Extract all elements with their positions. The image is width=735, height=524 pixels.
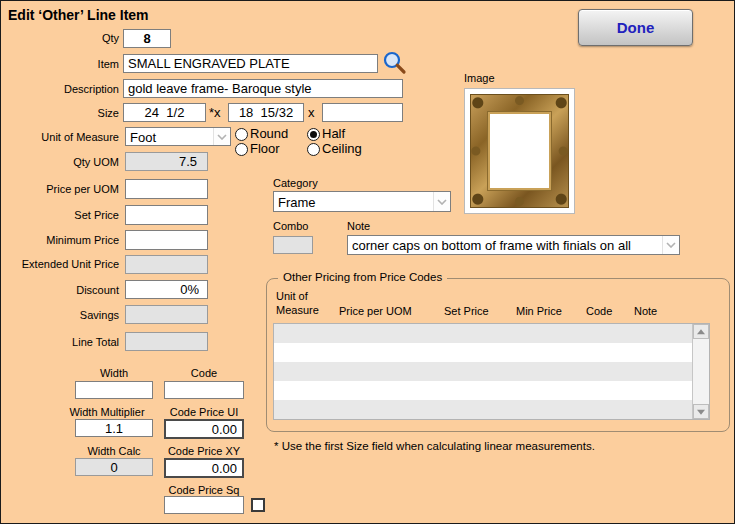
- note-label: Note: [347, 220, 370, 232]
- radio-ceiling[interactable]: [307, 143, 320, 156]
- width-label: Width: [75, 367, 153, 379]
- set-price-label: Set Price: [1, 209, 119, 221]
- header-set-price: Set Price: [444, 304, 489, 318]
- radio-half[interactable]: [307, 128, 320, 141]
- arrow-up-icon: [697, 329, 705, 334]
- description-label: Description: [1, 83, 119, 95]
- item-search-button[interactable]: [382, 50, 408, 76]
- header-min-price: Min Price: [516, 304, 562, 318]
- header-price-per-uom: Price per UOM: [339, 304, 412, 318]
- combo-label: Combo: [273, 220, 308, 232]
- edit-other-line-item-window: Edit ‘Other’ Line Item Done Qty Item Des…: [0, 0, 735, 524]
- image-label: Image: [464, 72, 495, 84]
- chevron-down-icon: [213, 128, 230, 145]
- other-pricing-title: Other Pricing from Price Codes: [278, 271, 447, 283]
- item-image[interactable]: [464, 88, 575, 214]
- category-select[interactable]: Frame: [273, 191, 451, 212]
- radio-round[interactable]: [235, 128, 248, 141]
- width-calc-field: [75, 458, 153, 476]
- price-per-uom-label: Price per UOM: [1, 183, 119, 195]
- table-row[interactable]: [274, 343, 709, 362]
- frame-opening: [487, 111, 552, 191]
- page-title: Edit ‘Other’ Line Item: [8, 7, 149, 23]
- qty-uom-field: [125, 152, 208, 171]
- header-unit-of-measure: Unit of Measure: [276, 289, 319, 317]
- category-label: Category: [273, 177, 318, 189]
- header-code: Code: [586, 304, 612, 318]
- category-value: Frame: [278, 194, 316, 209]
- unit-of-measure-label: Unit of Measure: [1, 131, 119, 143]
- savings-field: [125, 305, 208, 324]
- width-multiplier-label: Width Multiplier: [57, 406, 157, 418]
- table-row[interactable]: [274, 381, 709, 400]
- code-price-sq-label: Code Price Sq: [164, 484, 244, 496]
- line-total-label: Line Total: [1, 336, 119, 348]
- discount-label: Discount: [1, 284, 119, 296]
- size-input-3[interactable]: [322, 103, 403, 122]
- size-separator-2: x: [308, 105, 315, 120]
- size-input-1[interactable]: [123, 103, 206, 122]
- scrollbar-up-button[interactable]: [693, 324, 709, 339]
- line-total-field: [125, 332, 208, 351]
- size-footnote: * Use the first Size field when calculat…: [274, 440, 595, 452]
- table-row[interactable]: [274, 324, 709, 343]
- header-note: Note: [634, 304, 657, 318]
- qty-input[interactable]: [123, 29, 171, 48]
- width-multiplier-input[interactable]: [75, 419, 153, 437]
- combo-field: [273, 236, 313, 254]
- savings-label: Savings: [1, 309, 119, 321]
- note-select[interactable]: corner caps on bottom of frame with fini…: [347, 235, 680, 255]
- done-button[interactable]: Done: [578, 9, 693, 46]
- radio-half-label: Half: [322, 126, 345, 141]
- code-label: Code: [164, 367, 244, 379]
- extended-unit-price-field: [125, 255, 208, 274]
- discount-input[interactable]: [125, 280, 208, 299]
- size-label: Size: [1, 107, 119, 119]
- width-calc-label: Width Calc: [75, 445, 153, 457]
- unit-of-measure-value: Foot: [130, 129, 156, 144]
- set-price-input[interactable]: [125, 205, 208, 225]
- qty-uom-label: Qty UOM: [1, 156, 119, 168]
- description-input[interactable]: [123, 79, 403, 98]
- minimum-price-input[interactable]: [125, 230, 208, 250]
- code-price-ui-input[interactable]: [164, 419, 244, 439]
- size-separator-1: *x: [209, 105, 221, 120]
- chevron-down-icon: [433, 192, 450, 211]
- radio-ceiling-label: Ceiling: [322, 141, 362, 156]
- table-row[interactable]: [274, 362, 709, 381]
- pricing-table[interactable]: [273, 323, 710, 420]
- magnifier-icon: [382, 50, 408, 76]
- code-input[interactable]: [164, 381, 244, 399]
- code-price-xy-input[interactable]: [164, 458, 244, 478]
- radio-floor[interactable]: [235, 143, 248, 156]
- item-input[interactable]: [123, 54, 378, 73]
- minimum-price-label: Minimum Price: [1, 234, 119, 246]
- item-label: Item: [1, 58, 119, 70]
- radio-round-label: Round: [250, 126, 288, 141]
- scrollbar-down-button[interactable]: [693, 404, 709, 419]
- price-per-uom-input[interactable]: [125, 179, 208, 199]
- arrow-down-icon: [697, 409, 705, 414]
- code-price-sq-input[interactable]: [164, 496, 244, 514]
- vertical-scrollbar[interactable]: [692, 324, 709, 419]
- chevron-down-icon: [662, 236, 679, 254]
- unit-of-measure-select[interactable]: Foot: [125, 127, 231, 146]
- width-input[interactable]: [75, 381, 153, 399]
- size-input-2[interactable]: [228, 103, 304, 122]
- code-price-ui-label: Code Price UI: [164, 406, 244, 418]
- extended-unit-price-label: Extended Unit Price: [1, 258, 119, 270]
- code-price-sq-checkbox[interactable]: [251, 498, 265, 512]
- picture-frame-image: [470, 94, 569, 208]
- code-price-xy-label: Code Price XY: [164, 445, 244, 457]
- radio-floor-label: Floor: [250, 141, 280, 156]
- qty-label: Qty: [1, 32, 119, 44]
- table-row[interactable]: [274, 400, 709, 419]
- note-value: corner caps on bottom of frame with fini…: [352, 238, 631, 253]
